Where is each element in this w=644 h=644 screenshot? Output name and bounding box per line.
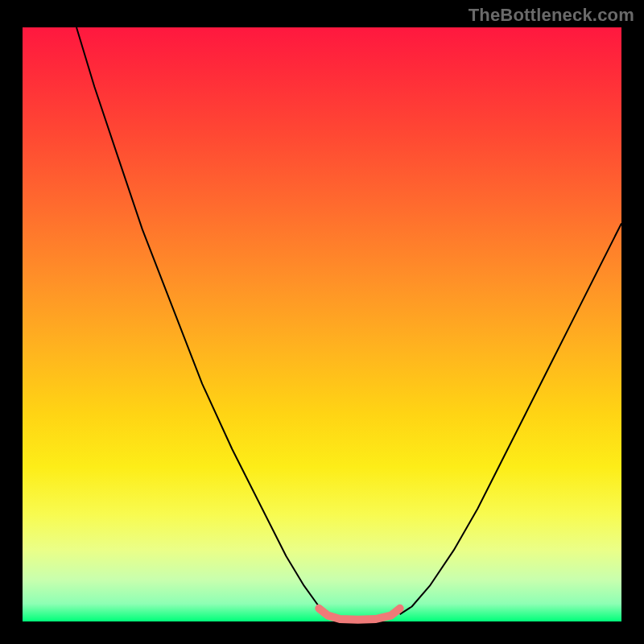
series-left-branch	[76, 27, 328, 614]
chart-stage: TheBottleneck.com	[0, 0, 644, 644]
chart-svg	[23, 27, 621, 621]
watermark-text: TheBottleneck.com	[469, 5, 634, 26]
chart-series-layer	[76, 27, 621, 620]
series-valley-highlight	[319, 609, 399, 620]
chart-plot-area	[23, 27, 621, 621]
series-right-branch	[400, 224, 621, 615]
